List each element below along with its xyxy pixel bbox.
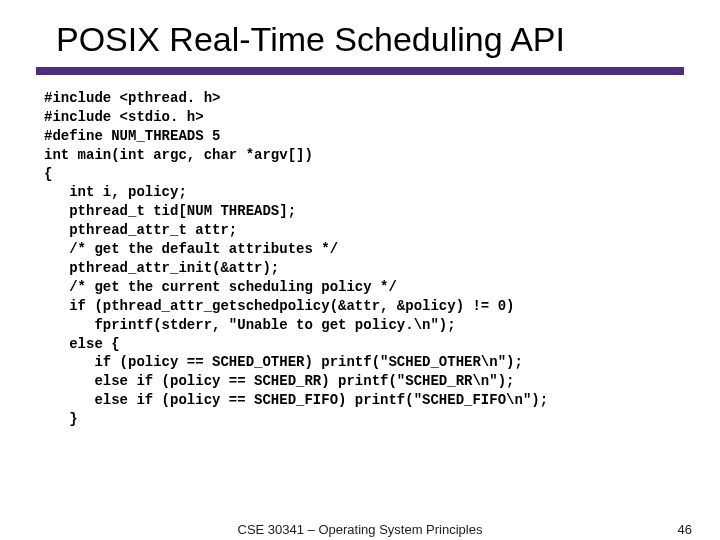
footer-course: CSE 30341 – Operating System Principles xyxy=(0,522,720,537)
slide-number: 46 xyxy=(678,522,692,537)
slide-title: POSIX Real-Time Scheduling API xyxy=(0,0,720,67)
title-underline xyxy=(36,67,684,75)
slide: POSIX Real-Time Scheduling API #include … xyxy=(0,0,720,540)
code-block: #include <pthread. h> #include <stdio. h… xyxy=(0,89,720,429)
